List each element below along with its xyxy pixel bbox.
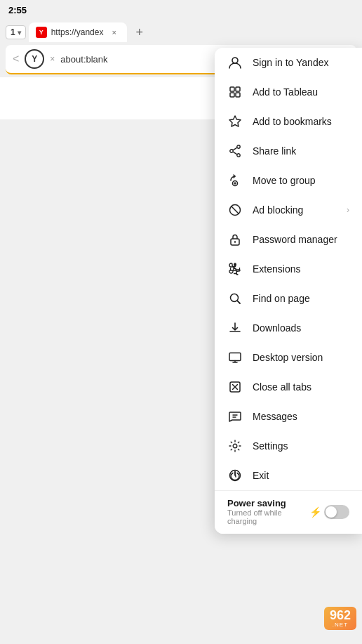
menu-label-password-manager: Password manager — [253, 234, 349, 245]
chevron-right-icon: › — [347, 205, 349, 215]
tab-bar: 1 ▾ Y https://yandex × + — [6, 22, 356, 42]
menu-label-close-tabs: Close all tabs — [253, 381, 349, 393]
menu-label-downloads: Downloads — [253, 322, 349, 334]
status-time: 2:55 — [8, 5, 27, 15]
menu-item-add-tableau[interactable]: Add to Tableau — [215, 77, 362, 107]
settings-icon — [227, 438, 243, 454]
status-bar: 2:55 — [0, 0, 362, 20]
add-tab-button[interactable]: + — [130, 22, 149, 42]
menu-item-desktop-version[interactable]: Desktop version — [215, 343, 362, 372]
menu-item-share-link[interactable]: Share link — [215, 136, 362, 166]
menu-label-add-bookmarks: Add to bookmarks — [253, 116, 349, 127]
svg-rect-2 — [236, 87, 240, 91]
password-icon — [227, 232, 243, 247]
svg-point-16 — [234, 241, 236, 242]
svg-point-0 — [232, 58, 238, 63]
menu-item-ad-blocking[interactable]: Ad blocking › — [215, 195, 362, 225]
exit-icon — [227, 468, 243, 483]
power-saving-title: Power saving — [227, 498, 309, 508]
menu-label-ad-blocking: Ad blocking — [253, 204, 337, 216]
menu-item-sign-in[interactable]: Sign in to Yandex — [215, 48, 362, 77]
active-tab[interactable]: Y https://yandex × — [29, 22, 127, 42]
menu-item-add-bookmarks[interactable]: Add to bookmarks — [215, 107, 362, 136]
svg-rect-1 — [230, 87, 234, 91]
svg-rect-4 — [236, 93, 240, 97]
menu-label-exit: Exit — [253, 470, 349, 481]
tab-count-label: 1 — [11, 27, 15, 37]
find-icon — [227, 291, 243, 306]
menu-item-settings[interactable]: Settings — [215, 431, 362, 461]
tab-favicon-text: Y — [39, 29, 43, 36]
menu-item-close-tabs[interactable]: Close all tabs — [215, 372, 362, 402]
power-saving-toggle[interactable]: ⚡ — [309, 505, 349, 519]
lightning-icon: ⚡ — [309, 506, 321, 518]
svg-point-6 — [230, 150, 233, 152]
yandex-logo: Y — [25, 49, 44, 69]
menu-item-exit[interactable]: Exit — [215, 461, 362, 490]
svg-point-7 — [237, 154, 240, 157]
tab-counter-chevron: ▾ — [18, 29, 21, 37]
menu-label-find-page: Find on page — [253, 293, 349, 304]
watermark-text: .NET — [333, 622, 348, 628]
address-clear-button[interactable]: × — [50, 54, 55, 64]
move-icon — [227, 173, 243, 188]
menu-label-sign-in: Sign in to Yandex — [253, 57, 349, 68]
star-icon — [227, 114, 243, 129]
desktop-icon — [227, 350, 243, 365]
person-icon — [227, 55, 243, 70]
svg-line-18 — [237, 301, 240, 303]
menu-label-move-group: Move to group — [253, 175, 349, 186]
yandex-logo-text: Y — [32, 54, 37, 64]
svg-line-14 — [232, 206, 239, 214]
menu-item-find-page[interactable]: Find on page — [215, 284, 362, 313]
toggle-knob — [326, 506, 337, 518]
power-saving-text: Power saving Turned off while charging — [227, 498, 309, 525]
download-icon — [227, 320, 243, 336]
close-tabs-icon — [227, 379, 243, 395]
menu-item-downloads[interactable]: Downloads — [215, 313, 362, 343]
toggle-track[interactable] — [324, 505, 349, 519]
menu-item-password-manager[interactable]: Password manager — [215, 225, 362, 254]
extensions-icon — [227, 261, 243, 277]
tab-favicon: Y — [36, 27, 47, 38]
tab-title: https://yandex — [51, 27, 105, 37]
svg-rect-19 — [229, 353, 241, 361]
share-icon — [227, 143, 243, 159]
svg-point-5 — [237, 145, 240, 148]
menu-label-share-link: Share link — [253, 145, 349, 157]
tab-close-button[interactable]: × — [109, 27, 120, 38]
menu-label-add-tableau: Add to Tableau — [253, 86, 349, 98]
menu-label-messages: Messages — [253, 411, 349, 422]
svg-rect-3 — [230, 93, 234, 97]
menu-item-extensions[interactable]: Extensions — [215, 254, 362, 284]
svg-line-8 — [233, 147, 237, 150]
power-saving-subtitle: Turned off while charging — [227, 508, 309, 525]
menu-item-messages[interactable]: Messages — [215, 402, 362, 431]
menu-label-settings: Settings — [253, 440, 349, 452]
tab-counter[interactable]: 1 ▾ — [6, 25, 26, 39]
block-icon — [227, 202, 243, 218]
svg-point-23 — [233, 444, 237, 448]
nav-back-button[interactable]: < — [13, 53, 19, 65]
messages-icon — [227, 409, 243, 424]
menu-label-extensions: Extensions — [253, 263, 349, 275]
svg-line-9 — [233, 152, 237, 155]
watermark-number: 962 — [330, 609, 351, 622]
dropdown-menu: Sign in to Yandex Add to Tableau Add to … — [215, 48, 362, 534]
tableau-icon — [227, 84, 243, 100]
watermark: 962 .NET — [324, 607, 356, 630]
menu-item-move-group[interactable]: Move to group — [215, 166, 362, 195]
power-saving-section: Power saving Turned off while charging ⚡ — [215, 490, 362, 534]
menu-label-desktop-version: Desktop version — [253, 352, 349, 363]
